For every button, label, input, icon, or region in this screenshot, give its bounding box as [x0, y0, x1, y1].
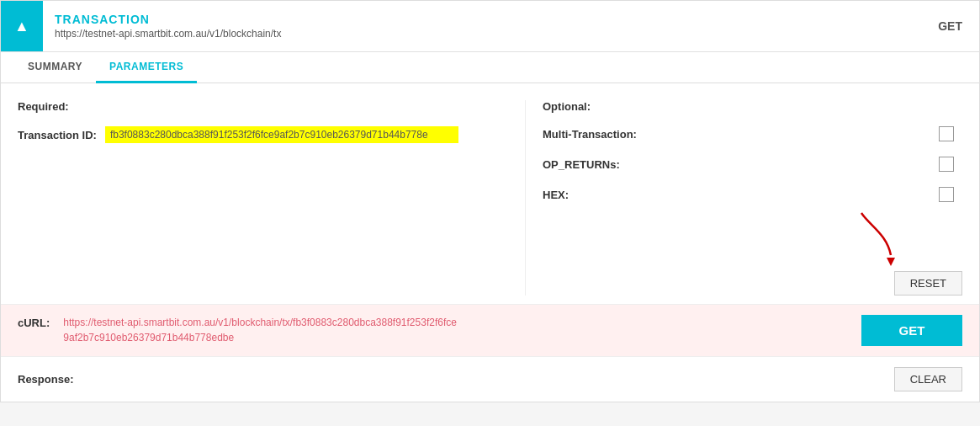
response-label: Response:	[18, 373, 73, 386]
reset-button[interactable]: RESET	[894, 271, 962, 296]
tab-parameters[interactable]: PARAMETERS	[96, 52, 197, 83]
multi-transaction-label: Multi-Transaction:	[543, 128, 939, 141]
endpoint-url: https://testnet-api.smartbit.com.au/v1/b…	[55, 28, 926, 40]
op-returns-checkbox[interactable]	[939, 157, 954, 172]
svg-marker-0	[887, 258, 895, 266]
get-button[interactable]: GET	[861, 315, 962, 346]
left-panel: Required: Transaction ID:	[18, 100, 525, 296]
content-area: Required: Transaction ID: Optional: Mult…	[1, 83, 979, 304]
transaction-id-input[interactable]	[105, 126, 458, 143]
multi-transaction-row: Multi-Transaction:	[543, 126, 962, 141]
curl-url: https://testnet-api.smartbit.com.au/v1/b…	[63, 315, 848, 345]
curl-section: cURL: https://testnet-api.smartbit.com.a…	[1, 304, 979, 356]
transaction-id-label: Transaction ID:	[18, 129, 97, 141]
tabs-bar: SUMMARY PARAMETERS	[1, 52, 979, 83]
op-returns-label: OP_RETURNs:	[543, 158, 939, 171]
optional-label: Optional:	[543, 100, 962, 113]
tab-summary[interactable]: SUMMARY	[14, 52, 96, 83]
header-info: TRANSACTION https://testnet-api.smartbit…	[43, 6, 938, 46]
right-panel: Optional: Multi-Transaction: OP_RETURNs:…	[525, 100, 962, 296]
hex-label: HEX:	[543, 189, 939, 201]
endpoint-title: TRANSACTION	[55, 13, 926, 26]
chevron-up-icon: ▲	[14, 18, 29, 35]
hex-row: HEX:	[543, 187, 962, 202]
curl-label: cURL:	[18, 315, 50, 329]
arrow-annotation	[543, 217, 962, 268]
arrow-icon	[845, 209, 912, 268]
op-returns-row: OP_RETURNs:	[543, 157, 962, 172]
response-section: Response: CLEAR	[1, 356, 979, 402]
clear-button[interactable]: CLEAR	[894, 367, 962, 391]
transaction-id-row: Transaction ID:	[18, 126, 508, 143]
required-label: Required:	[18, 100, 508, 113]
toggle-button[interactable]: ▲	[1, 1, 43, 51]
multi-transaction-checkbox[interactable]	[939, 126, 954, 141]
hex-checkbox[interactable]	[939, 187, 954, 202]
header-bar: ▲ TRANSACTION https://testnet-api.smartb…	[1, 1, 979, 52]
http-method-label: GET	[938, 19, 979, 33]
